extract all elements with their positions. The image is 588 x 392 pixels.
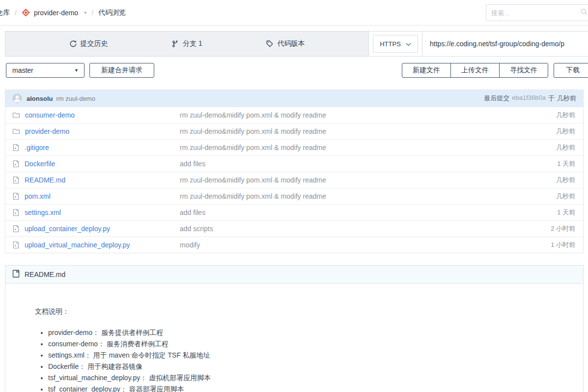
readme-bullet: settings.xml： 用于 maven 命令时指定 TSF 私服地址 bbox=[48, 351, 571, 359]
readme-header: README.md bbox=[5, 266, 583, 284]
branch-select[interactable]: master ▼ bbox=[6, 63, 84, 78]
tab-commit-history-label: 提交历史 bbox=[81, 39, 108, 48]
branch-icon bbox=[171, 40, 179, 48]
file-commit-message[interactable]: add scripts bbox=[180, 225, 536, 233]
file-icon bbox=[12, 144, 20, 151]
readme-bullet: consumer-demo： 服务消费者样例工程 bbox=[48, 340, 571, 348]
file-icon bbox=[12, 209, 20, 216]
protocol-label: HTTPS bbox=[380, 40, 401, 48]
file-row[interactable]: upload_container_deploy.py add scripts 2… bbox=[5, 220, 583, 237]
commit-author[interactable]: alonsolu bbox=[27, 95, 53, 102]
protocol-select[interactable]: HTTPS bbox=[373, 35, 418, 53]
last-commit-label: 最后提交 bbox=[484, 94, 509, 103]
readme-book-icon bbox=[12, 270, 20, 279]
folder-icon bbox=[12, 111, 20, 119]
new-file-button[interactable]: 新建文件 bbox=[402, 63, 451, 78]
file-commit-message[interactable]: modify bbox=[180, 241, 536, 249]
file-commit-time: 几秒前 bbox=[536, 176, 583, 184]
breadcrumb-separator: / bbox=[91, 9, 93, 17]
file-row[interactable]: settings.xml add files 1 天前 bbox=[5, 204, 583, 220]
file-name-link[interactable]: upload_virtual_machine_deploy.py bbox=[25, 241, 130, 249]
search-input[interactable] bbox=[491, 9, 581, 17]
file-name-link[interactable]: Dockerfile bbox=[25, 160, 55, 168]
breadcrumb: 仓库 / provider-demo ▾ / 代码浏览 bbox=[0, 8, 126, 17]
file-commit-message[interactable]: add files bbox=[180, 160, 536, 168]
clone-section: HTTPS https://e.coding.net/tsf-group/cod… bbox=[369, 31, 588, 56]
action-row: master ▼ 新建合并请求 新建文件 上传文件 寻找文件 下载 bbox=[0, 63, 588, 78]
file-commit-time: 几秒前 bbox=[536, 192, 583, 201]
file-list: consumer-demo rm zuul-demo&midify pom.xm… bbox=[5, 107, 583, 253]
download-button[interactable]: 下载 bbox=[554, 63, 588, 78]
file-row[interactable]: consumer-demo rm zuul-demo&midify pom.xm… bbox=[5, 107, 583, 123]
new-merge-request-button[interactable]: 新建合并请求 bbox=[89, 63, 154, 78]
tag-icon bbox=[266, 40, 274, 48]
last-commit-bar: alonsolu rm zuul-demo 最后提交 eba1f36b0a 于 … bbox=[5, 90, 583, 107]
repo-diamond-icon bbox=[22, 8, 30, 17]
tab-code-versions[interactable]: 代码版本 bbox=[266, 39, 305, 48]
tab-branches[interactable]: 分支 1 bbox=[171, 39, 202, 48]
upload-file-button[interactable]: 上传文件 bbox=[450, 63, 500, 78]
avatar[interactable] bbox=[12, 93, 22, 103]
chevron-down-icon bbox=[406, 40, 411, 48]
breadcrumb-repo-label: provider-demo bbox=[34, 9, 78, 17]
file-icon bbox=[12, 225, 20, 233]
breadcrumb-repo[interactable]: provider-demo ▾ bbox=[22, 8, 86, 17]
file-name-link[interactable]: pom.xml bbox=[25, 192, 51, 200]
tab-commit-history[interactable]: 提交历史 bbox=[69, 39, 108, 48]
file-commit-time: 1 天前 bbox=[536, 208, 583, 217]
protocol-select-wrap: HTTPS bbox=[369, 31, 422, 56]
readme-filename: README.md bbox=[25, 271, 65, 278]
readme-bullet: tsf_virtual_machine_deploy.py： 虚拟机部署应用脚本 bbox=[48, 374, 571, 382]
file-commit-message[interactable]: add files bbox=[180, 209, 536, 216]
history-icon bbox=[69, 40, 77, 48]
tab-code-versions-label: 代码版本 bbox=[277, 39, 305, 48]
file-row[interactable]: .gitigore rm zuul-demo&midify pom.xml & … bbox=[5, 139, 583, 155]
file-commit-message[interactable]: rm zuul-demo&midify pom.xml & modify rea… bbox=[180, 192, 536, 200]
file-name-link[interactable]: upload_container_deploy.py bbox=[25, 225, 110, 233]
file-commit-time: 几秒前 bbox=[536, 143, 583, 152]
file-commit-message[interactable]: rm zuul-demo&midify pom.xml & modify rea… bbox=[180, 111, 536, 119]
commit-time-connector: 于 bbox=[548, 94, 555, 103]
file-name-link[interactable]: consumer-demo bbox=[25, 111, 75, 119]
file-name-link[interactable]: settings.xml bbox=[25, 209, 61, 216]
caret-down-icon: ▼ bbox=[74, 68, 79, 73]
breadcrumb-page: 代码浏览 bbox=[98, 8, 126, 17]
commit-hash[interactable]: eba1f36b0a bbox=[512, 94, 546, 103]
file-row[interactable]: provider-demo rm zuul-demo&midify pom.xm… bbox=[5, 123, 583, 139]
file-name-link[interactable]: provider-demo bbox=[25, 127, 69, 135]
file-commit-time: 几秒前 bbox=[536, 111, 583, 120]
readme-bullet: Dockerfile： 用于构建容器镜像 bbox=[48, 362, 571, 370]
repo-toolbar: 提交历史 分支 1 代码版本 HTTPS https://e.coding.ne… bbox=[5, 31, 588, 57]
readme-bullet: tsf_container_deploy.py： 容器部署应用脚本 bbox=[48, 385, 571, 392]
commit-message[interactable]: rm zuul-demo bbox=[56, 95, 95, 102]
file-commit-message[interactable]: rm zuul-demo&midify pom.xml & modify rea… bbox=[180, 176, 536, 184]
file-name-link[interactable]: README.md bbox=[25, 176, 65, 184]
repo-toolbar-tabs: 提交历史 分支 1 代码版本 bbox=[5, 31, 369, 56]
file-commit-time: 1 小时前 bbox=[536, 241, 583, 249]
clone-url-field[interactable]: https://e.coding.net/tsf-group/coding-de… bbox=[422, 31, 588, 56]
file-commit-message[interactable]: rm zuul-demo&midify pom.xml & modify rea… bbox=[180, 127, 536, 135]
file-name-link[interactable]: .gitigore bbox=[25, 144, 49, 151]
readme-intro: 文档说明： bbox=[35, 307, 571, 316]
chevron-down-icon[interactable]: ▾ bbox=[84, 10, 86, 15]
find-file-button[interactable]: 寻找文件 bbox=[499, 63, 548, 78]
file-row[interactable]: README.md rm zuul-demo&midify pom.xml & … bbox=[5, 172, 583, 188]
file-icon bbox=[12, 241, 20, 249]
global-search[interactable] bbox=[486, 4, 588, 21]
file-icon bbox=[12, 160, 20, 168]
folder-icon bbox=[12, 127, 20, 135]
file-commit-time: 2 小时前 bbox=[536, 224, 583, 233]
file-row[interactable]: upload_virtual_machine_deploy.py modify … bbox=[5, 237, 583, 253]
file-icon bbox=[12, 192, 20, 200]
file-browser-panel: alonsolu rm zuul-demo 最后提交 eba1f36b0a 于 … bbox=[5, 90, 584, 253]
file-actions-group: 新建文件 上传文件 寻找文件 bbox=[402, 63, 548, 78]
file-row[interactable]: pom.xml rm zuul-demo&midify pom.xml & mo… bbox=[5, 188, 583, 204]
commit-time: 几秒前 bbox=[557, 94, 576, 103]
file-row[interactable]: Dockerfile add files 1 天前 bbox=[5, 155, 583, 172]
breadcrumb-root[interactable]: 仓库 bbox=[0, 8, 10, 17]
readme-bullet: provider-demo： 服务提供者样例工程 bbox=[48, 329, 571, 336]
file-commit-time: 几秒前 bbox=[536, 127, 583, 136]
readme-bullet-list: provider-demo： 服务提供者样例工程 consumer-demo： … bbox=[35, 329, 571, 392]
file-commit-message[interactable]: rm zuul-demo&midify pom.xml & modify rea… bbox=[180, 144, 536, 151]
file-commit-time: 1 天前 bbox=[536, 159, 583, 168]
